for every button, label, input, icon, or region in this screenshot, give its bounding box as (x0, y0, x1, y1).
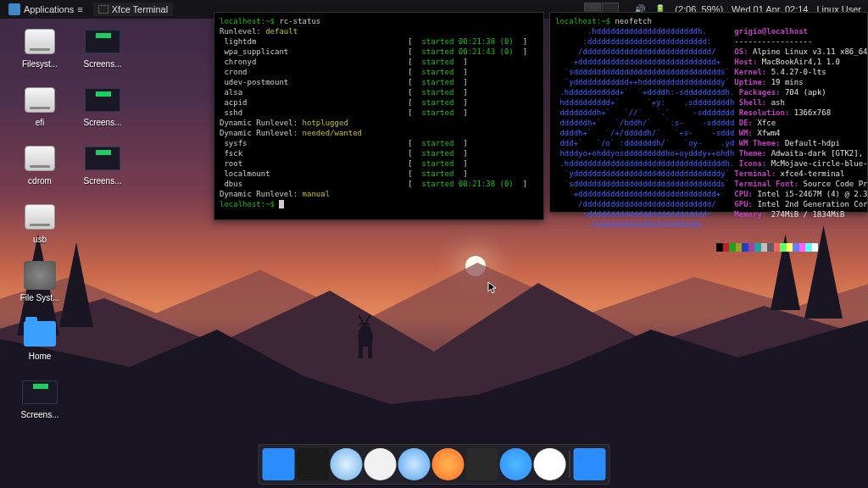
screenshot-icon (85, 84, 120, 116)
desktop-icon-usb[interactable]: usb (10, 201, 70, 244)
task-label: Xfce Terminal (112, 4, 168, 14)
desktop-icon-screens[interactable]: Screens... (73, 84, 132, 127)
desktop-icon-filesyst[interactable]: File Syst... (10, 259, 70, 302)
terminal-icon (98, 5, 108, 14)
desktop-icon-home[interactable]: Home (10, 318, 70, 361)
folder-icon (22, 318, 58, 350)
icon-label: Screens... (20, 410, 58, 419)
screenshot-icon (22, 376, 58, 408)
dock (259, 444, 610, 485)
dock-item-safari[interactable] (331, 448, 363, 480)
dock-item-terminal[interactable] (466, 448, 498, 480)
icon-label: cdrom (28, 176, 52, 186)
xfce-logo-icon (8, 3, 20, 15)
desktop-icon-filesyst[interactable]: Filesyst... (10, 25, 70, 69)
desktop-icons-column-2: Screens...Screens...Screens... (73, 25, 132, 186)
screenshot-icon (85, 25, 120, 58)
screenshot-icon (85, 142, 120, 175)
desktop-icons-column-1: Filesyst...eficdromusbFile Syst...HomeSc… (10, 25, 70, 419)
dock-separator (570, 451, 570, 478)
icon-label: Screens... (83, 59, 121, 69)
drive-icon (22, 201, 58, 233)
dock-item-vlc[interactable] (364, 448, 397, 480)
deer-graphic (339, 310, 390, 369)
drive-icon (22, 25, 58, 58)
dock-item-htop[interactable] (297, 448, 329, 480)
icon-label: Filesyst... (22, 59, 58, 69)
icon-label: File Syst... (20, 293, 60, 302)
terminal-1-content: localhost:~$ rc-status Runlevel: default… (214, 13, 543, 213)
drive-icon (22, 142, 58, 175)
desktop-icon-cdrom[interactable]: cdrom (10, 142, 70, 186)
filesys-gear-icon (22, 259, 58, 291)
menu-more-icon: ≡ (77, 4, 82, 14)
icon-label: Screens... (83, 176, 121, 186)
dock-item-chromium[interactable] (398, 448, 431, 480)
terminal-2-content: localhost:~$ neofetch .hdddddddddddddddd… (550, 13, 867, 255)
dock-item-finder[interactable] (500, 448, 532, 480)
taskbar-item-terminal[interactable]: Xfce Terminal (93, 3, 173, 16)
drive-icon (22, 84, 58, 116)
color-palette (716, 243, 818, 252)
terminal-window-1[interactable]: localhost:~$ rc-status Runlevel: default… (214, 12, 544, 220)
terminal-window-2[interactable]: localhost:~$ neofetch .hdddddddddddddddd… (549, 12, 868, 213)
dock-item-camera[interactable] (534, 448, 566, 480)
dock-item-files[interactable] (263, 448, 295, 480)
icon-label: Home (29, 352, 52, 361)
icon-label: usb (33, 235, 47, 244)
icon-label: Screens... (83, 118, 121, 127)
dock-item-downloads[interactable] (574, 448, 606, 480)
desktop-icon-screens[interactable]: Screens... (73, 25, 132, 69)
icon-label: efi (36, 118, 45, 127)
desktop-icon-efi[interactable]: efi (10, 84, 70, 127)
dock-item-firefox[interactable] (432, 448, 465, 480)
applications-label: Applications (24, 4, 74, 14)
desktop-icon-screens[interactable]: Screens... (73, 142, 132, 186)
applications-menu-button[interactable]: Applications ≡ (3, 2, 88, 17)
desktop-icon-screens[interactable]: Screens... (10, 376, 70, 419)
